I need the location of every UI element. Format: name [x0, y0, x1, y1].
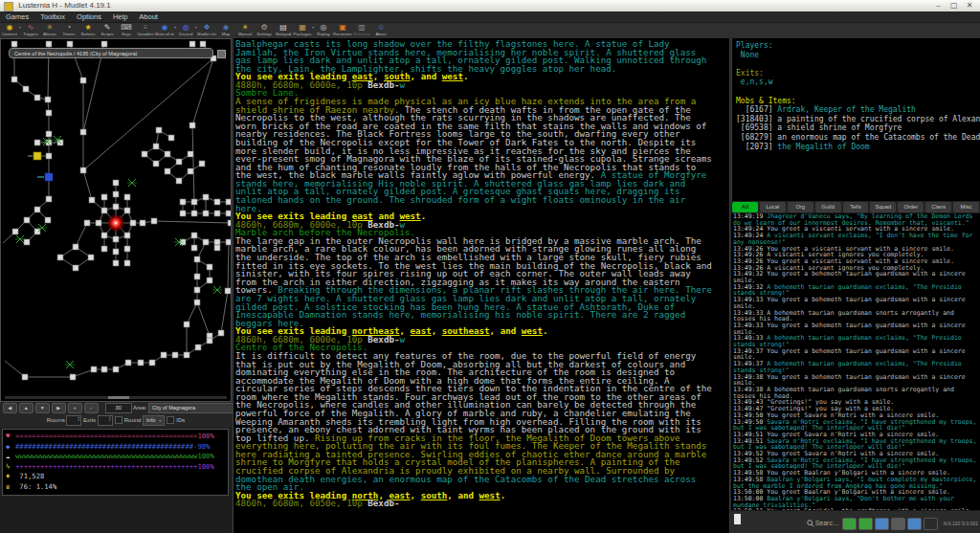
map-room-node[interactable]: [46, 41, 52, 47]
chat-tab-all[interactable]: All: [732, 202, 758, 212]
ids-checkbox[interactable]: [167, 416, 174, 424]
toolbar-discord-button[interactable]: ◍Discord: [176, 23, 195, 36]
map-room-node[interactable]: [165, 168, 170, 174]
map-room-node[interactable]: [91, 366, 97, 372]
map-room-node[interactable]: [89, 197, 95, 203]
toolbar-scripts-button[interactable]: ✎Scripts: [98, 23, 117, 36]
map-room-node[interactable]: [101, 208, 107, 213]
map-room-node[interactable]: [226, 199, 231, 205]
status-chat-button[interactable]: [907, 518, 922, 530]
map-room-node[interactable]: [176, 159, 182, 165]
toolbar-manual-button[interactable]: ☀Manual: [235, 23, 255, 36]
map-room-node[interactable]: [34, 207, 40, 212]
toolbar-buttons-button[interactable]: ★Buttons: [78, 23, 98, 36]
chat-tab-clans[interactable]: Clans: [925, 202, 951, 212]
chat-tab-order[interactable]: Order: [898, 202, 924, 212]
map-room-node[interactable]: [46, 153, 52, 159]
chat-log[interactable]: 13:49:19 Jhagreer d'Vanecu says, "By lea…: [731, 213, 980, 510]
map-canvas[interactable]: [1, 39, 231, 401]
map-room-node[interactable]: [124, 208, 130, 213]
map-room-node[interactable]: [189, 41, 195, 47]
map-room-node[interactable]: [161, 352, 167, 358]
map-room-node[interactable]: [24, 217, 30, 223]
map-room-node[interactable]: [207, 278, 212, 283]
map-room-node[interactable]: [226, 239, 231, 245]
map-room-node[interactable]: [194, 287, 200, 293]
map-nav-button-5[interactable]: −: [84, 403, 99, 413]
map-room-node[interactable]: [113, 191, 119, 197]
map-room-node[interactable]: [214, 245, 220, 251]
status-gray-button[interactable]: [891, 518, 905, 530]
map-room-node[interactable]: [101, 233, 107, 238]
current-room-marker[interactable]: [106, 213, 125, 233]
map-room-node[interactable]: [101, 41, 107, 47]
map-nav-button-4[interactable]: +: [68, 403, 82, 413]
status-dark-button[interactable]: [924, 518, 938, 530]
map-room-node[interactable]: [140, 220, 145, 226]
status-green-1-button[interactable]: [842, 518, 857, 530]
map-panel[interactable]: Centre of the Necropolis / 4195 (City of…: [0, 38, 232, 402]
map-room-node[interactable]: [188, 151, 193, 157]
menu-item-about[interactable]: About: [133, 11, 164, 22]
map-room-node[interactable]: [172, 352, 178, 358]
map-room-node[interactable]: [80, 129, 86, 135]
exits-spinner[interactable]: [98, 415, 113, 426]
map-room-node[interactable]: [34, 140, 40, 145]
map-room-node[interactable]: [200, 41, 206, 47]
map-room-node[interactable]: [46, 131, 52, 137]
map-room-node[interactable]: [101, 366, 107, 372]
map-room-node[interactable]: [194, 256, 200, 262]
chat-tab-org[interactable]: Org: [788, 202, 813, 212]
map-nav-button-3[interactable]: ▶: [52, 403, 66, 413]
status-blue-user-button[interactable]: [875, 518, 889, 530]
map-room-node[interactable]: [176, 178, 182, 184]
map-room-node[interactable]: [124, 233, 130, 238]
close-button[interactable]: ✕: [963, 0, 976, 11]
toolbar-reconnect-button[interactable]: ▣Reconnect: [333, 23, 352, 36]
map-room-node[interactable]: [45, 97, 51, 102]
toolbar-timers-button[interactable]: ◔Timers: [59, 23, 78, 36]
map-room-node[interactable]: [191, 199, 197, 205]
map-room-node[interactable]: [125, 360, 131, 366]
map-zoom-field[interactable]: 30: [105, 403, 132, 413]
toolbar-map-button[interactable]: ◈Map: [216, 23, 235, 36]
map-blue-room-node[interactable]: [45, 173, 53, 181]
menu-item-help[interactable]: Help: [107, 11, 133, 22]
map-room-node[interactable]: [203, 239, 209, 245]
map-label-grip[interactable]: [217, 50, 226, 58]
map-room-node[interactable]: [180, 199, 186, 205]
toolbar-variables-button[interactable]: ≡Variables: [136, 23, 155, 36]
info-select[interactable]: Info ▾: [143, 415, 165, 426]
toolbar-about-button[interactable]: ☺About: [371, 23, 390, 36]
map-room-node[interactable]: [24, 239, 30, 245]
map-room-node[interactable]: [149, 360, 155, 366]
map-room-node[interactable]: [228, 220, 231, 226]
map-room-node[interactable]: [191, 233, 197, 238]
map-room-node[interactable]: [207, 338, 212, 344]
map-room-node[interactable]: [46, 140, 52, 145]
map-room-node[interactable]: [113, 366, 119, 372]
map-room-node[interactable]: [214, 239, 220, 245]
toolbar-connect-button[interactable]: ◉Connect: [0, 23, 19, 36]
map-room-node[interactable]: [189, 122, 195, 128]
map-room-node[interactable]: [22, 374, 28, 380]
map-room-node[interactable]: [138, 360, 144, 366]
map-room-node[interactable]: [113, 180, 119, 186]
search-label[interactable]: Searc…: [815, 520, 839, 526]
title-bar[interactable]: Lusternia H - Mudlet 4.19.1 – ▢ ✕: [0, 0, 980, 11]
map-room-node[interactable]: [57, 255, 63, 260]
command-cursor[interactable]: [734, 514, 741, 524]
rooms-spinner[interactable]: [66, 415, 81, 426]
map-room-node[interactable]: [214, 199, 220, 205]
map-room-node[interactable]: [34, 95, 40, 100]
map-room-node[interactable]: [11, 77, 17, 82]
status-green-2-button[interactable]: [858, 518, 873, 530]
toolbar-replay-button[interactable]: ◎Replay: [314, 23, 333, 36]
map-room-node[interactable]: [113, 260, 119, 266]
map-room-node[interactable]: [101, 194, 107, 200]
map-room-node[interactable]: [113, 204, 119, 210]
map-room-node[interactable]: [80, 167, 86, 173]
map-room-node[interactable]: [46, 196, 52, 202]
chat-tab-squad[interactable]: Squad: [870, 202, 896, 212]
map-room-node[interactable]: [113, 249, 119, 255]
